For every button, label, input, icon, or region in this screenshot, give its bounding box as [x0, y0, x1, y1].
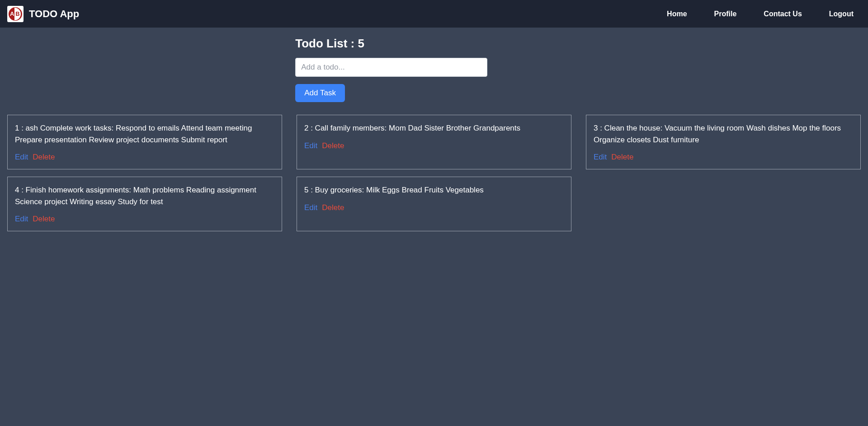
navbar: TODO App Home Profile Contact Us Logout [0, 0, 868, 28]
app-logo[interactable] [7, 6, 24, 22]
edit-button[interactable]: Edit [15, 215, 28, 224]
todo-card: 4 : Finish homework assignments: Math pr… [7, 177, 282, 231]
delete-button[interactable]: Delete [33, 153, 55, 162]
edit-button[interactable]: Edit [304, 141, 317, 150]
edit-button[interactable]: Edit [304, 203, 317, 212]
todo-text: 3 : Clean the house: Vacuum the living r… [594, 122, 853, 145]
todo-actions: Edit Delete [15, 153, 274, 162]
todo-actions: Edit Delete [15, 215, 274, 224]
add-task-button[interactable]: Add Task [295, 84, 345, 102]
todo-actions: Edit Delete [304, 203, 564, 212]
delete-button[interactable]: Delete [322, 141, 344, 150]
edit-button[interactable]: Edit [15, 153, 28, 162]
nav-home[interactable]: Home [667, 10, 687, 18]
app-title: TODO App [29, 8, 79, 20]
todo-list-title: Todo List : 5 [295, 37, 487, 51]
todo-text: 4 : Finish homework assignments: Math pr… [15, 184, 274, 207]
navbar-left: TODO App [7, 6, 79, 22]
todo-card: 5 : Buy groceries: Milk Eggs Bread Fruit… [297, 177, 571, 231]
main-container: Todo List : 5 Add Task 1 : ash Complete … [0, 28, 868, 240]
delete-button[interactable]: Delete [322, 203, 344, 212]
input-row: Add Task [295, 58, 487, 102]
todo-card: 1 : ash Complete work tasks: Respond to … [7, 115, 282, 169]
logo-icon [9, 7, 22, 21]
todo-text: 5 : Buy groceries: Milk Eggs Bread Fruit… [304, 184, 564, 196]
navbar-right: Home Profile Contact Us Logout [667, 10, 861, 18]
todo-header: Todo List : 5 Add Task [295, 37, 487, 102]
nav-contact[interactable]: Contact Us [764, 10, 802, 18]
todo-grid: 1 : ash Complete work tasks: Respond to … [7, 115, 861, 231]
nav-logout[interactable]: Logout [829, 10, 854, 18]
delete-button[interactable]: Delete [611, 153, 633, 162]
todo-actions: Edit Delete [594, 153, 853, 162]
todo-input[interactable] [295, 58, 487, 77]
todo-actions: Edit Delete [304, 141, 564, 150]
nav-profile[interactable]: Profile [714, 10, 737, 18]
delete-button[interactable]: Delete [33, 215, 55, 224]
todo-text: 1 : ash Complete work tasks: Respond to … [15, 122, 274, 145]
todo-card: 3 : Clean the house: Vacuum the living r… [586, 115, 861, 169]
edit-button[interactable]: Edit [594, 153, 607, 162]
todo-card: 2 : Call family members: Mom Dad Sister … [297, 115, 571, 169]
todo-text: 2 : Call family members: Mom Dad Sister … [304, 122, 564, 134]
